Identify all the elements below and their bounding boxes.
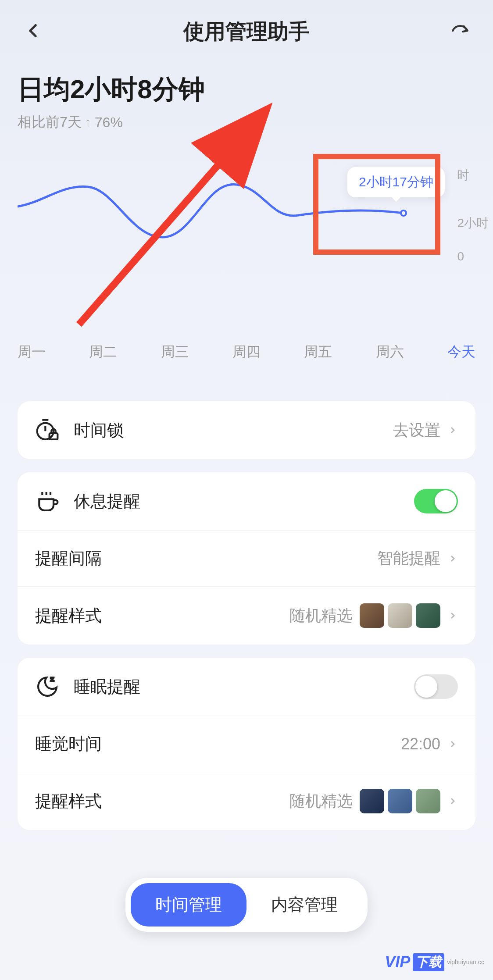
tab-time-management[interactable]: 时间管理 [131,883,246,927]
usage-chart[interactable]: 时 2小时 0 2小时17分钟 [0,150,493,334]
watermark-vip: VIP [385,953,410,971]
header: 使用管理助手 [0,0,493,59]
time-lock-row[interactable]: 时间锁 去设置 [18,401,475,459]
sleep-reminder-row: z 睡眠提醒 [18,658,475,716]
chart-tooltip: 2小时17分钟 [347,167,445,197]
thumbnail [360,603,384,628]
reminder-style-row[interactable]: 提醒样式 随机精选 [18,586,475,645]
chevron-right-icon [447,739,458,749]
x-axis: 周一 周二 周三 周四 周五 周六 今天 [0,342,493,362]
reminder-interval-label: 提醒间隔 [35,547,377,570]
rest-reminder-card: 休息提醒 提醒间隔 智能提醒 提醒样式 随机精选 [18,472,475,645]
chevron-right-icon [447,796,458,806]
reminder-style-label: 提醒样式 [35,605,289,627]
reminder-interval-value: 智能提醒 [377,548,440,569]
y-tick: 2小时 [457,215,489,232]
compare-line: 相比前7天 ↑ 76% [18,113,475,132]
sleep-reminder-card: z 睡眠提醒 睡觉时间 22:00 提醒样式 随机精选 [18,658,475,830]
thumbnail [416,603,440,628]
thumbnail [416,789,440,813]
thumbnail [388,603,412,628]
chevron-right-icon [447,610,458,621]
style-thumbnails [360,603,440,628]
style-thumbnails [360,789,440,813]
share-icon[interactable] [449,20,471,43]
y-tick: 0 [457,249,489,264]
bottom-tabs: 时间管理 内容管理 [125,878,368,932]
sleep-time-label: 睡觉时间 [35,733,401,755]
x-tick-today[interactable]: 今天 [447,342,475,362]
time-lock-value: 去设置 [393,420,440,441]
reminder-interval-row[interactable]: 提醒间隔 智能提醒 [18,530,475,586]
chevron-right-icon [447,553,458,564]
sleep-reminder-label: 睡眠提醒 [74,676,414,698]
sleep-time-value: 22:00 [401,735,440,753]
stopwatch-lock-icon [35,418,60,442]
avg-time: 日均2小时8分钟 [18,72,475,107]
x-tick[interactable]: 周四 [232,342,261,362]
compare-prefix: 相比前7天 [18,113,82,132]
watermark-dl: 下载 [413,953,444,971]
back-icon[interactable] [22,20,44,43]
stats-section: 日均2小时8分钟 相比前7天 ↑ 76% [0,59,493,141]
rest-reminder-label: 休息提醒 [74,490,414,513]
x-tick[interactable]: 周二 [89,342,117,362]
thumbnail [360,789,384,813]
reminder-style-value: 随机精选 [289,605,353,627]
rest-reminder-row: 休息提醒 [18,472,475,530]
watermark: VIP 下载 viphuiyuan.cc [385,953,484,971]
sleep-style-row[interactable]: 提醒样式 随机精选 [18,772,475,830]
time-lock-label: 时间锁 [74,419,393,442]
watermark-url: viphuiyuan.cc [447,959,484,966]
sleep-reminder-toggle[interactable] [414,674,458,699]
rest-reminder-toggle[interactable] [414,489,458,513]
sleep-style-value: 随机精选 [289,791,353,812]
chevron-right-icon [447,425,458,435]
y-axis: 时 2小时 0 [457,150,489,264]
page-title: 使用管理助手 [183,18,310,46]
sleep-style-label: 提醒样式 [35,790,289,813]
x-tick[interactable]: 周三 [161,342,189,362]
sleep-time-row[interactable]: 睡觉时间 22:00 [18,716,475,772]
time-lock-card: 时间锁 去设置 [18,401,475,459]
compare-pct: 76% [95,114,123,131]
y-tick: 时 [457,167,489,184]
moon-icon: z [35,674,60,699]
cup-icon [35,489,60,513]
arrow-up-icon: ↑ [85,115,91,129]
x-tick[interactable]: 周六 [376,342,404,362]
x-tick[interactable]: 周五 [304,342,332,362]
tab-content-management[interactable]: 内容管理 [246,883,362,927]
thumbnail [388,789,412,813]
svg-text:z: z [50,675,54,683]
svg-point-1 [402,211,405,215]
x-tick[interactable]: 周一 [18,342,46,362]
